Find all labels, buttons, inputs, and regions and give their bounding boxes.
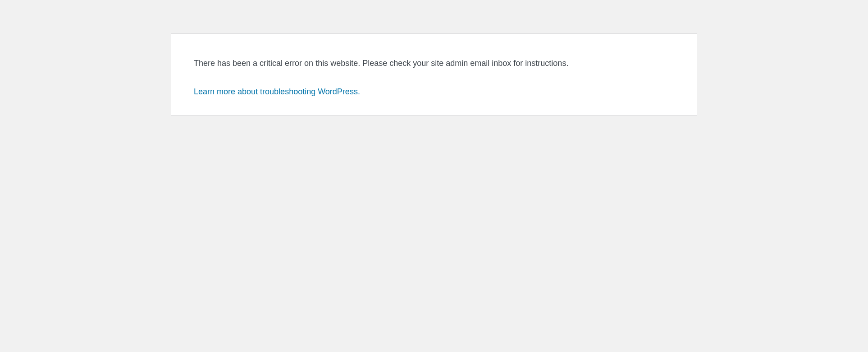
troubleshooting-link[interactable]: Learn more about troubleshooting WordPre…	[194, 86, 360, 98]
error-message: There has been a critical error on this …	[194, 57, 674, 69]
error-box: There has been a critical error on this …	[171, 33, 697, 116]
